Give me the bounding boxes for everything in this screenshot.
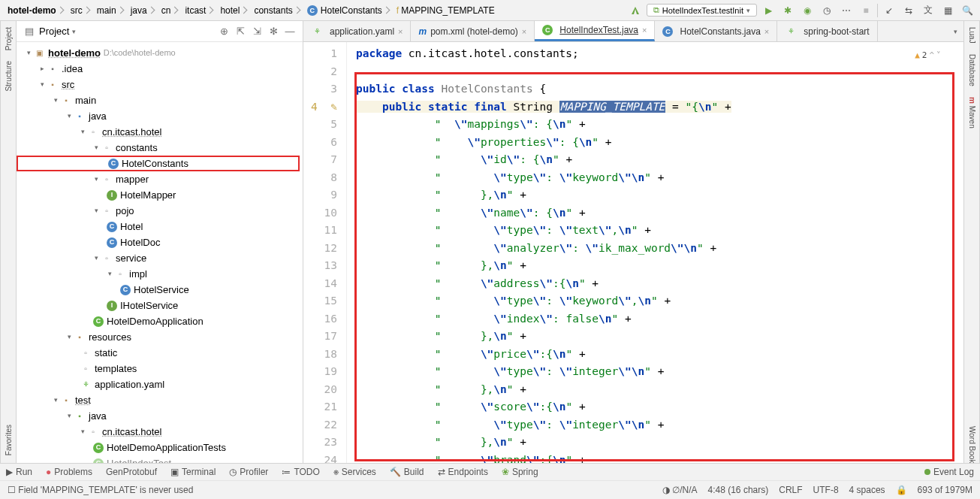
- tree-node[interactable]: IIHotelService: [17, 298, 303, 313]
- tree-node[interactable]: CHotelDemoApplication: [17, 313, 303, 329]
- status-lock-icon[interactable]: 🔒: [896, 485, 907, 495]
- build-icon[interactable]: [627, 2, 644, 19]
- tree-node[interactable]: ▾▪resources: [17, 329, 303, 345]
- code-with-me-icon[interactable]: ⇆: [900, 2, 917, 19]
- status-caret[interactable]: 4:48 (16 chars): [708, 485, 769, 495]
- tree-node[interactable]: IHotelMapper: [17, 187, 303, 203]
- close-icon[interactable]: ×: [522, 27, 526, 36]
- status-encoding[interactable]: UTF-8: [813, 485, 839, 495]
- crumb[interactable]: constants: [251, 5, 303, 16]
- maven-tab[interactable]: m Maven: [968, 97, 976, 129]
- tree-node[interactable]: ▾▫service: [17, 250, 303, 266]
- more-tabs-icon[interactable]: ▾: [947, 23, 963, 40]
- code-text[interactable]: package cn.itcast.hotel.constants; publi…: [347, 42, 963, 463]
- tree-node[interactable]: ▾▪main: [17, 92, 303, 108]
- spring-tab[interactable]: ❀Spring: [502, 467, 538, 477]
- search-icon[interactable]: 🔍: [959, 2, 975, 19]
- translate-icon[interactable]: 文: [920, 2, 936, 19]
- services-tab[interactable]: ⎈ Services: [333, 467, 376, 477]
- problems-tab[interactable]: ●Problems: [46, 467, 92, 477]
- tree-node[interactable]: CHotelIndexTest: [17, 455, 303, 463]
- tree-node[interactable]: ▾▫cn.itcast.hotel: [17, 124, 303, 140]
- project-label: Project: [39, 26, 69, 37]
- status-line-ending[interactable]: CRLF: [779, 485, 802, 495]
- tree-node[interactable]: ▫templates: [17, 361, 303, 377]
- close-icon[interactable]: ×: [642, 26, 647, 35]
- close-icon[interactable]: ×: [398, 27, 403, 36]
- run-icon[interactable]: ▶: [760, 2, 776, 19]
- favorites-tool-tab[interactable]: Favorites: [5, 425, 13, 455]
- crumb[interactable]: main: [94, 5, 128, 16]
- build-tab[interactable]: 🔨 Build: [390, 467, 424, 477]
- tree-node[interactable]: ▾▫mapper: [17, 171, 303, 187]
- settings-icon[interactable]: ▦: [939, 2, 956, 19]
- crumb[interactable]: hotel: [217, 5, 251, 16]
- crumb[interactable]: itcast: [182, 5, 217, 16]
- tree-node[interactable]: ▾▪test: [17, 392, 303, 408]
- tree-node[interactable]: ⚘application.yaml: [17, 377, 303, 392]
- breadcrumb: hotel-demo src main java cn itcast hotel…: [5, 5, 498, 16]
- code-editor[interactable]: ▲2 ^ ˅ 1234 ✎567891011121314151617181920…: [303, 42, 963, 463]
- tab-hotelindextest[interactable]: CHotelIndexTest.java×: [535, 21, 655, 41]
- tree-node[interactable]: ▾▪src: [17, 77, 303, 92]
- project-view-icon[interactable]: ▤: [23, 25, 36, 38]
- profiler-tab[interactable]: ◷ Profiler: [229, 467, 268, 477]
- tree-node[interactable]: ▾▫pojo: [17, 203, 303, 219]
- tree-node-hotelconstants[interactable]: CHotelConstants: [17, 156, 300, 171]
- coverage-icon[interactable]: ◉: [799, 2, 816, 19]
- crumb[interactable]: java: [128, 5, 158, 16]
- close-icon[interactable]: ×: [764, 27, 769, 36]
- status-na[interactable]: ◑ ∅/N/A: [662, 485, 698, 495]
- luaj-tab[interactable]: LuaJ: [968, 27, 976, 44]
- tab-hotelconstants[interactable]: CHotelConstants.java×: [655, 21, 777, 41]
- status-memory[interactable]: 693 of 1979M: [918, 485, 972, 495]
- tree-node[interactable]: ▸▪.idea: [17, 61, 303, 77]
- database-tab[interactable]: Database: [968, 54, 976, 86]
- top-toolbar: hotel-demo src main java cn itcast hotel…: [0, 0, 980, 21]
- event-log-tab[interactable]: Event Log: [924, 467, 974, 477]
- tree-node[interactable]: ▾▫constants: [17, 140, 303, 156]
- tree-node[interactable]: ▾▫cn.itcast.hotel: [17, 424, 303, 440]
- tree-node[interactable]: ▾▪java: [17, 408, 303, 424]
- tab-application-yaml[interactable]: ⚘application.yaml×: [303, 21, 411, 41]
- expand-icon[interactable]: ⇱: [234, 25, 247, 38]
- tab-pom[interactable]: mpom.xml (hotel-demo)×: [411, 21, 535, 41]
- wordbook-tab[interactable]: Word Book: [968, 426, 976, 463]
- run-tab[interactable]: ▶ Run: [6, 467, 32, 477]
- tree-node[interactable]: ▾▪java: [17, 108, 303, 124]
- tree-node[interactable]: ▫static: [17, 345, 303, 361]
- tree-node[interactable]: CHotel: [17, 219, 303, 234]
- tree-root[interactable]: ▾▣hotel-demo D:\code\hotel-demo: [17, 45, 303, 61]
- locate-icon[interactable]: ⊕: [217, 25, 231, 38]
- todo-tab[interactable]: ≔ TODO: [282, 467, 319, 477]
- endpoints-tab[interactable]: ⇄ Endpoints: [438, 467, 488, 477]
- options-icon[interactable]: ✻: [267, 25, 280, 38]
- tree-node[interactable]: ▾▫impl: [17, 266, 303, 282]
- more-run-icon[interactable]: ⋯: [838, 2, 855, 19]
- tree-node[interactable]: CHotelDemoApplicationTests: [17, 440, 303, 455]
- terminal-tab[interactable]: ▣ Terminal: [170, 467, 216, 477]
- tab-spring-boot[interactable]: ⚘spring-boot-start: [777, 21, 877, 41]
- crumb[interactable]: fMAPPING_TEMPLATE: [394, 5, 498, 16]
- project-tree[interactable]: ▾▣hotel-demo D:\code\hotel-demo ▸▪.idea …: [17, 42, 303, 463]
- status-indent[interactable]: 4 spaces: [849, 485, 885, 495]
- project-panel-header: ▤ Project ▾ ⊕ ⇱ ⇲ ✻ —: [17, 21, 303, 42]
- run-config-select[interactable]: ⧉HotelIndexTest.testInit ▾: [647, 4, 757, 17]
- editor-area: ⚘application.yaml× mpom.xml (hotel-demo)…: [303, 21, 963, 463]
- project-tool-tab[interactable]: Project: [5, 27, 13, 50]
- stop-icon[interactable]: ■: [858, 2, 874, 19]
- collapse-icon[interactable]: ⇲: [250, 25, 264, 38]
- debug-icon[interactable]: ✱: [779, 2, 796, 19]
- genprotobuf-tab[interactable]: GenProtobuf: [106, 467, 157, 477]
- crumb[interactable]: hotel-demo: [5, 5, 68, 16]
- structure-tool-tab[interactable]: Structure: [5, 61, 13, 92]
- profile-icon[interactable]: ◷: [819, 2, 835, 19]
- git-pull-icon[interactable]: ↙: [881, 2, 897, 19]
- project-panel: ▤ Project ▾ ⊕ ⇱ ⇲ ✻ — ▾▣hotel-demo D:\co…: [17, 21, 303, 463]
- crumb[interactable]: CHotelConstants: [304, 5, 394, 16]
- tree-node[interactable]: CHotelDoc: [17, 234, 303, 250]
- tree-node[interactable]: CHotelService: [17, 282, 303, 298]
- hide-icon[interactable]: —: [283, 25, 297, 38]
- crumb[interactable]: cn: [158, 5, 182, 16]
- crumb[interactable]: src: [68, 5, 94, 16]
